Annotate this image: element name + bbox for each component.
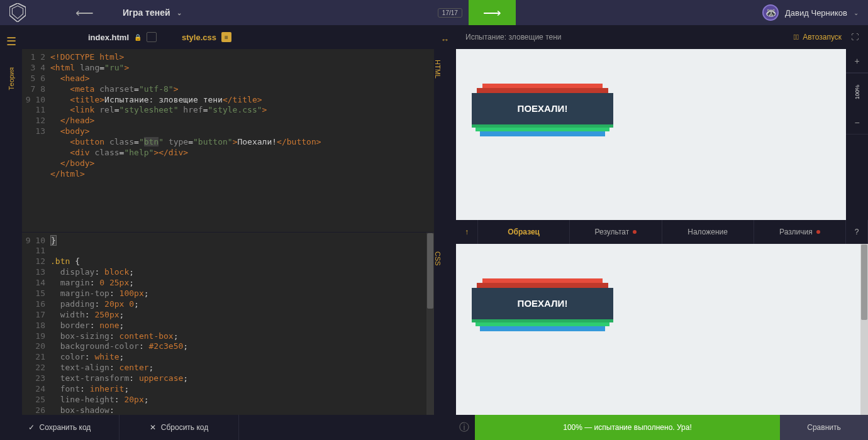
tab-badge xyxy=(147,32,157,42)
user-menu[interactable]: 🦝 Давид Черников ⌄ xyxy=(762,4,859,21)
logo-wrap xyxy=(9,3,75,22)
progress-badge: 17/17 xyxy=(438,8,462,18)
scrollbar[interactable] xyxy=(860,244,868,415)
preview-iframe: ПОЕХАЛИ! xyxy=(456,49,846,220)
status-dot-icon xyxy=(633,230,637,234)
tab-index-html[interactable]: index.html 🔒 xyxy=(75,25,169,49)
file-tabs: index.html 🔒 style.css ≡ xyxy=(22,25,434,49)
collapse-up-icon[interactable]: ↑ xyxy=(456,220,478,244)
status-bar: 100% — испытание выполнено. Ура! xyxy=(475,415,780,440)
tab-label: Образец xyxy=(508,228,540,236)
zoom-out-button[interactable]: − xyxy=(846,111,868,135)
tab-badge: ≡ xyxy=(221,32,231,42)
avatar: 🦝 xyxy=(762,4,779,21)
lesson-title-wrap[interactable]: Игра теней ⌄ xyxy=(113,8,191,18)
user-name: Давид Черников xyxy=(785,8,847,18)
compare-button[interactable]: Сравнить xyxy=(780,415,868,440)
next-arrow-button[interactable]: ⟶ xyxy=(469,0,516,25)
main-area: ☰ Теория index.html 🔒 style.css ≡ 1 2 3 … xyxy=(0,25,868,415)
lock-icon: 🔒 xyxy=(134,34,142,41)
vertical-separator[interactable]: ↔ HTML CSS xyxy=(434,25,456,415)
code-css[interactable]: } .btn { display: block; margin: 0 25px;… xyxy=(50,233,434,415)
info-icon[interactable]: ⓘ xyxy=(453,415,475,440)
reference-preview: ПОЕХАЛИ! xyxy=(456,244,868,415)
editor-panel: index.html 🔒 style.css ≡ 1 2 3 4 5 6 7 8… xyxy=(22,25,434,415)
tab-label: index.html xyxy=(88,33,129,42)
zoom-in-button[interactable]: + xyxy=(846,49,868,73)
chevron-down-icon: ⌄ xyxy=(177,9,182,16)
expand-icon[interactable]: ⛶ xyxy=(851,33,859,41)
code-html[interactable]: <!DOCTYPE html> <html lang="ru"> <head> … xyxy=(50,49,434,232)
tab-label: Наложение xyxy=(687,228,728,236)
scrollbar[interactable] xyxy=(426,233,434,415)
html-label: HTML xyxy=(434,60,442,79)
close-icon: ✕ xyxy=(150,423,156,432)
tab-result[interactable]: Результат xyxy=(570,220,662,244)
logo-icon[interactable] xyxy=(9,3,26,22)
demo-button-reference: ПОЕХАЛИ! xyxy=(472,288,613,319)
status-dot-icon xyxy=(816,230,820,234)
save-button[interactable]: ✓ Сохранить код xyxy=(0,415,120,440)
zoom-level[interactable]: 100% xyxy=(846,73,868,111)
demo-button: ПОЕХАЛИ! xyxy=(472,93,613,124)
compare-tabs: ↑ Образец Результат Наложение Различия ? xyxy=(456,220,868,244)
play-icon: ▸⃝ xyxy=(793,33,799,41)
autoplay-toggle[interactable]: ▸⃝ Автозапуск xyxy=(793,33,842,41)
tab-label: Различия xyxy=(779,228,813,236)
lesson-title: Игра теней xyxy=(123,8,170,18)
footer: ✓ Сохранить код ✕ Сбросить код ⓘ 100% — … xyxy=(0,415,868,440)
tab-diff[interactable]: Различия xyxy=(754,220,846,244)
preview-zone: ПОЕХАЛИ! + 100% − xyxy=(456,49,868,220)
gutter: 1 2 3 4 5 6 7 8 9 10 11 12 13 xyxy=(22,49,50,232)
tab-label: style.css xyxy=(182,33,216,42)
chevron-down-icon: ⌄ xyxy=(854,9,859,16)
preview-controls: + 100% − xyxy=(846,49,868,220)
tab-style-css[interactable]: style.css ≡ xyxy=(169,25,244,49)
top-header: ⟵ Игра теней ⌄ 17/17 ⟶ 🦝 Давид Черников … xyxy=(0,0,868,25)
preview-header: Испытание: зловещие тени ▸⃝ Автозапуск ⛶ xyxy=(456,25,868,49)
preview-panel: Испытание: зловещие тени ▸⃝ Автозапуск ⛶… xyxy=(456,25,868,415)
resize-icon[interactable]: ↔ xyxy=(441,35,450,45)
code-editor: 1 2 3 4 5 6 7 8 9 10 11 12 13 <!DOCTYPE … xyxy=(22,49,434,415)
check-icon: ✓ xyxy=(28,423,35,432)
reset-label: Сбросить код xyxy=(161,423,208,432)
menu-icon[interactable]: ☰ xyxy=(6,35,16,48)
back-arrow[interactable]: ⟵ xyxy=(75,5,113,20)
gutter: 9 10 11 12 13 14 15 16 17 18 19 20 21 22… xyxy=(22,233,50,415)
help-button[interactable]: ? xyxy=(846,220,868,244)
editor-html[interactable]: 1 2 3 4 5 6 7 8 9 10 11 12 13 <!DOCTYPE … xyxy=(22,49,434,233)
left-sidebar: ☰ Теория xyxy=(0,25,22,415)
tab-overlay[interactable]: Наложение xyxy=(662,220,754,244)
tab-label: Результат xyxy=(595,228,630,236)
autoplay-label: Автозапуск xyxy=(803,33,842,41)
tab-sample[interactable]: Образец xyxy=(478,220,570,244)
css-label: CSS xyxy=(434,251,442,266)
editor-css[interactable]: 9 10 11 12 13 14 15 16 17 18 19 20 21 22… xyxy=(22,233,434,415)
reset-button[interactable]: ✕ Сбросить код xyxy=(120,415,239,440)
preview-title: Испытание: зловещие тени xyxy=(465,33,562,41)
theory-label[interactable]: Теория xyxy=(8,67,15,91)
save-label: Сохранить код xyxy=(40,423,91,432)
footer-left: ✓ Сохранить код ✕ Сбросить код ⓘ xyxy=(0,415,475,440)
